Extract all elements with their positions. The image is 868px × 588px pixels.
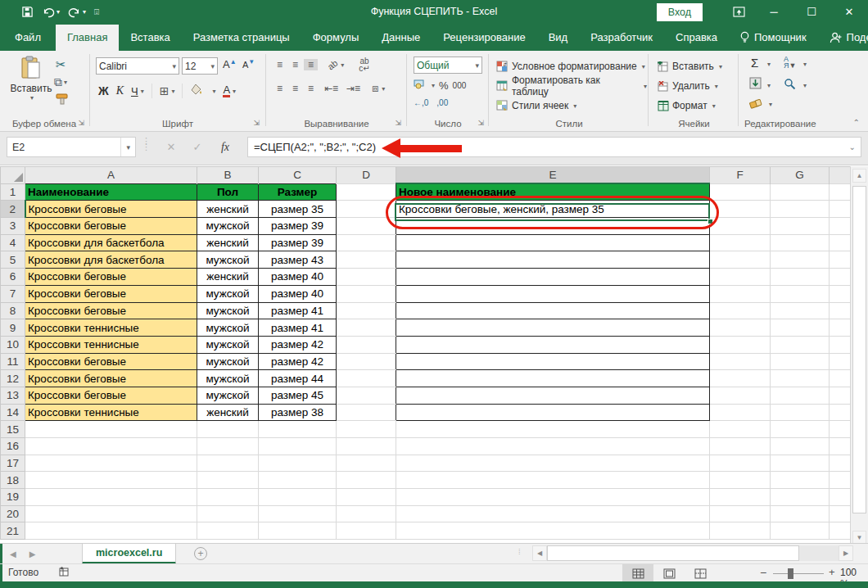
cell-D1[interactable] (337, 183, 396, 201)
cancel-formula-icon[interactable]: ✕ (160, 137, 182, 157)
cell-B20[interactable] (197, 505, 259, 522)
tab-разработчик[interactable]: Разработчик (579, 25, 664, 51)
paste-button[interactable]: Вставить ▾ (11, 56, 51, 102)
font-name-select[interactable]: Calibri ▾ (96, 57, 179, 75)
column-header-G[interactable]: G (771, 167, 830, 184)
scroll-right-icon[interactable]: ▶ (839, 545, 853, 561)
row-header-7[interactable]: 7 (1, 285, 25, 302)
cell-C4[interactable]: размер 39 (259, 234, 337, 251)
cell-A16[interactable] (25, 438, 197, 455)
view-page-layout-icon[interactable] (653, 564, 685, 582)
maximize-button[interactable]: ☐ (793, 0, 830, 24)
cell-C5[interactable]: размер 43 (259, 251, 337, 269)
cell-H17[interactable] (830, 455, 851, 472)
cell-C7[interactable]: размер 40 (259, 285, 337, 302)
cell-D4[interactable] (337, 234, 396, 251)
cell-G11[interactable] (771, 353, 830, 370)
cell-F13[interactable] (710, 387, 771, 404)
row-header-4[interactable]: 4 (1, 234, 25, 251)
customize-qat-icon[interactable]: ⍗ (94, 7, 99, 17)
cell-D18[interactable] (337, 472, 396, 489)
row-header-6[interactable]: 6 (1, 269, 25, 286)
autosum-dropdown-icon[interactable]: ▾ (767, 61, 771, 68)
horizontal-scroll-thumb[interactable] (547, 545, 799, 561)
column-header-C[interactable]: C (259, 167, 337, 184)
cell-D12[interactable] (337, 370, 396, 387)
cell-E16[interactable] (396, 438, 710, 455)
horizontal-scrollbar[interactable]: ◀ ▶ (532, 545, 853, 561)
row-header-8[interactable]: 8 (1, 302, 25, 319)
cell-G3[interactable] (771, 218, 830, 235)
cell-F3[interactable] (710, 218, 771, 235)
cell-D9[interactable] (337, 319, 396, 337)
name-box[interactable]: E2 ▾ (7, 137, 136, 157)
cell-D13[interactable] (337, 387, 396, 404)
align-middle-icon[interactable]: ≡ (288, 59, 302, 70)
cell-D11[interactable] (337, 353, 396, 370)
cell-F9[interactable] (710, 319, 771, 337)
column-header-F[interactable]: F (710, 167, 771, 184)
cell-E19[interactable] (396, 489, 710, 506)
cell-F10[interactable] (710, 336, 771, 353)
cell-A9[interactable]: Кроссовки теннисные (25, 319, 197, 337)
cell-E21[interactable] (396, 522, 710, 540)
cell-D6[interactable] (337, 269, 396, 286)
ribbon-display-options-icon[interactable] (722, 0, 755, 24)
cell-D7[interactable] (337, 285, 396, 302)
cell-A10[interactable]: Кроссовки теннисные (25, 336, 197, 353)
cell-H2[interactable] (830, 201, 851, 218)
cut-icon[interactable]: ✂ (56, 57, 66, 72)
cell-C14[interactable]: размер 38 (259, 404, 337, 421)
formula-expand-icon[interactable]: ⌄ (849, 142, 856, 152)
cell-G13[interactable] (771, 387, 830, 404)
tab-справка[interactable]: Справка (664, 25, 729, 51)
cell-H14[interactable] (830, 404, 851, 421)
vertical-scrollbar[interactable]: ▲ ▼ (850, 166, 868, 547)
cell-D17[interactable] (337, 455, 396, 472)
cell-C17[interactable] (259, 455, 337, 472)
cell-B11[interactable]: мужской (197, 353, 259, 370)
cell-C6[interactable]: размер 40 (259, 269, 337, 286)
undo-dropdown-icon[interactable]: ▾ (57, 8, 60, 16)
row-header-1[interactable]: 1 (1, 183, 25, 201)
align-right-icon[interactable]: ≡ (304, 83, 318, 94)
cell-B8[interactable]: мужской (197, 302, 259, 319)
column-header-A[interactable]: A (25, 167, 197, 184)
cell-F19[interactable] (710, 489, 771, 506)
orientation-icon[interactable]: ab (326, 58, 340, 72)
cell-F6[interactable] (710, 269, 771, 286)
sign-in-button[interactable]: Вход (657, 3, 703, 21)
align-left-icon[interactable]: ≡ (273, 83, 287, 94)
row-header-19[interactable]: 19 (1, 489, 25, 506)
cell-G1[interactable] (771, 183, 830, 201)
italic-button[interactable]: К (116, 84, 124, 97)
cell-F16[interactable] (710, 438, 771, 455)
cell-A21[interactable] (25, 522, 197, 540)
view-page-break-icon[interactable] (685, 564, 716, 582)
clear-dropdown-icon[interactable]: ▾ (769, 101, 772, 108)
cell-G17[interactable] (771, 455, 830, 472)
sheet-tab-active[interactable]: microexcel.ru (82, 544, 176, 564)
cell-F7[interactable] (710, 285, 771, 302)
cell-A7[interactable]: Кроссовки беговые (25, 285, 197, 302)
conditional-formatting-button[interactable]: ⇵ Условное форматирование▾ (496, 57, 645, 75)
row-header-12[interactable]: 12 (1, 370, 25, 387)
cell-B19[interactable] (197, 489, 259, 506)
cell-C18[interactable] (259, 472, 337, 489)
row-header-15[interactable]: 15 (1, 421, 25, 438)
cell-C10[interactable]: размер 42 (259, 336, 337, 353)
cell-F15[interactable] (710, 421, 771, 438)
cell-C21[interactable] (259, 522, 337, 540)
clipboard-dialog-launcher-icon[interactable]: ⇲ (77, 118, 85, 128)
underline-dropdown-icon[interactable]: ▾ (141, 88, 144, 95)
cell-B6[interactable]: женский (197, 269, 259, 286)
cell-H11[interactable] (830, 353, 851, 370)
sort-filter-dropdown-icon[interactable]: ▾ (803, 61, 807, 68)
enter-formula-icon[interactable]: ✓ (187, 137, 208, 157)
cell-H13[interactable] (830, 387, 851, 404)
cell-E20[interactable] (396, 505, 710, 522)
cell-E7[interactable] (396, 285, 710, 302)
cell-G18[interactable] (771, 472, 830, 489)
tab-данные[interactable]: Данные (370, 25, 432, 51)
cell-C8[interactable]: размер 41 (259, 302, 337, 319)
